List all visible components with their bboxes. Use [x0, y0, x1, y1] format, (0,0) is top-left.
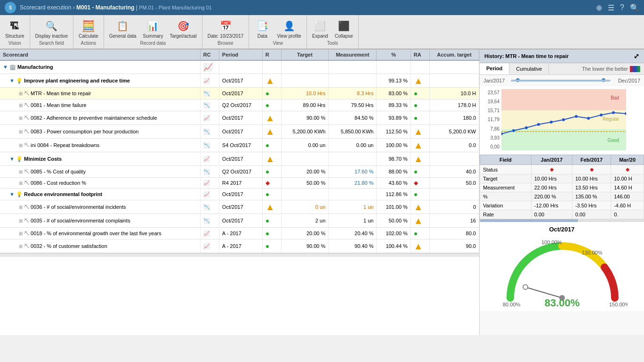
col-mar: Mar/20	[611, 155, 644, 165]
table-row[interactable]: ⊞ ⛏ 0036 - # of social/environmental inc…	[0, 200, 479, 214]
top-bar-actions: ⊕ ☰ ? 🔍	[596, 3, 639, 12]
panel-data-table: Field Jan/2017 Feb/2017 Mar/20 Status ◆ …	[480, 155, 644, 219]
summary-button[interactable]: 📊 Summary	[141, 17, 166, 41]
table-row[interactable]: ▼ 💡 Minimize Costs 📈 Oct/2017 ▲ 98.70 % …	[0, 152, 479, 166]
expand-button[interactable]: ⬜ Expand	[310, 17, 330, 41]
row-label: ⊞ ⛏ 0018 - % of environmental growth ove…	[0, 228, 200, 239]
ribbon-group-view: 📑 Data 👤 View profile View	[249, 15, 307, 49]
horizontal-scrollbar[interactable]	[0, 253, 479, 257]
range-slider[interactable]	[511, 80, 611, 82]
table-row[interactable]: ▼ 💡 Reduce environmental footprint 📈 Oct…	[0, 189, 479, 200]
table-row[interactable]: ⊞ ⛏ 0032 - % of customer satisfaction 📈 …	[0, 239, 479, 253]
expand-icon[interactable]: ▼	[9, 156, 15, 162]
target-actual-icon: 🎯	[176, 18, 191, 33]
svg-text:100.00%: 100.00%	[541, 239, 562, 245]
col-r[interactable]: R	[262, 49, 281, 60]
col-target[interactable]: Target	[281, 49, 329, 60]
structure-button[interactable]: 🏗 Structure	[3, 17, 27, 41]
table-row[interactable]: ⊞ ⛏ 0018 - % of environmental growth ove…	[0, 228, 479, 239]
general-data-button[interactable]: 📋 General data	[107, 17, 139, 41]
calendar-icon: 📅	[218, 18, 233, 33]
svg-text:Regular: Regular	[603, 116, 620, 122]
row-label: ▼ 💡 Improve plant engineering and reduce…	[0, 74, 200, 88]
col-measurement[interactable]: Measurement	[329, 49, 377, 60]
expand-icon[interactable]: ▼	[9, 191, 15, 197]
ribbon-group-record: 📋 General data 📊 Summary 🎯 Target/actual…	[104, 15, 202, 49]
panel-data-table-container[interactable]: Field Jan/2017 Feb/2017 Mar/20 Status ◆ …	[480, 155, 644, 219]
panel-expand-icon[interactable]: ⤢	[634, 52, 639, 60]
svg-text:130.00%: 130.00%	[582, 250, 603, 255]
ribbon-group-actions: 🧮 Calculate Actions	[73, 15, 104, 49]
table-row[interactable]: ⊞ ⛏ 0081 - Mean time failure 📉 Q2 Oct/20…	[0, 99, 479, 111]
svg-point-8	[512, 129, 515, 132]
scorecard-table-section[interactable]: Scorecard RC Period R Target Measurement…	[0, 49, 479, 335]
svg-text:150.00%: 150.00%	[609, 302, 628, 307]
col-field: Field	[480, 155, 531, 165]
svg-point-11	[550, 121, 553, 123]
tab-period[interactable]: Period	[480, 63, 509, 74]
range-start-label: Jan/2017	[483, 78, 507, 83]
table-row[interactable]: ▼ 🏢 Manufacturing 📈	[0, 60, 479, 74]
main-layout: Scorecard RC Period R Target Measurement…	[0, 49, 644, 335]
panel-title: History: MTR - Mean time to repair	[484, 53, 569, 59]
col-ra[interactable]: RA	[411, 49, 429, 60]
row-type-icon: 🏢	[9, 64, 16, 70]
ribbon: 🏗 Structure Vision 🔍 Display inactive Se…	[0, 15, 644, 49]
search-icon[interactable]: 🔍	[630, 3, 639, 12]
gauge-title: Oct/2017	[483, 226, 640, 233]
scorecard-table: Scorecard RC Period R Target Measurement…	[0, 49, 479, 253]
data-button[interactable]: 📑 Data	[252, 17, 273, 41]
table-row[interactable]: ⊞ ⛏ MTR - Mean time to repair 📉 Oct/2017…	[0, 88, 479, 99]
row-label: ⊞ ⛏ 0085 - % Cost of quality	[0, 166, 200, 178]
svg-text:83.00%: 83.00%	[544, 297, 580, 307]
col-scorecard[interactable]: Scorecard	[0, 49, 200, 60]
col-accum[interactable]: Accum. target	[429, 49, 479, 60]
date-picker-button[interactable]: 📅 Date: 10/23/2017	[205, 17, 246, 41]
view-profile-button[interactable]: 👤 View profile	[274, 17, 304, 41]
row-label: ⊞ ⛏ 0083 - Power consumption per hour pr…	[0, 125, 200, 139]
panel-scrollbar[interactable]	[480, 219, 644, 222]
table-row[interactable]: ⊞ ⛏ 0083 - Power consumption per hour pr…	[0, 125, 479, 139]
table-row[interactable]: ⊞ ⛏ 0082 - Adherence to preventive maint…	[0, 111, 479, 125]
table-row[interactable]: ⊞ ⛏ ini 0084 - Repeat breakdowns 📉 S4 Oc…	[0, 139, 479, 152]
table-row[interactable]: ▼ 💡 Improve plant engineering and reduce…	[0, 74, 479, 88]
chart-area: 23,57 19,64 15,71 11,79 7,86 3,93 0,00	[480, 86, 644, 155]
svg-point-10	[537, 123, 540, 126]
help-icon[interactable]: ?	[620, 3, 624, 12]
svg-text:80.00%: 80.00%	[503, 302, 521, 307]
chart-container: 23,57 19,64 15,71 11,79 7,86 3,93 0,00	[483, 89, 640, 152]
app-logo: S	[5, 2, 16, 13]
calculate-button[interactable]: 🧮 Calculate	[76, 17, 101, 41]
row-label: ⊞ ⛏ 0086 - Cost reduction %	[0, 178, 200, 189]
display-inactive-icon: 🔍	[44, 18, 59, 33]
svg-point-13	[575, 115, 578, 118]
col-pct[interactable]: %	[377, 49, 411, 60]
target-actual-button[interactable]: 🎯 Target/actual	[167, 17, 199, 41]
tab-cumulative[interactable]: Cumulative	[509, 64, 549, 74]
ribbon-group-browse: 📅 Date: 10/23/2017 Browse	[202, 15, 250, 49]
table-row: Status ◆ ◆ ◆	[480, 165, 644, 174]
lower-better-label: The lower the better	[578, 64, 644, 74]
expand-icon[interactable]: ▼	[3, 64, 8, 70]
svg-text:Bad: Bad	[611, 95, 619, 100]
row-label: ⊞ ⛏ 0035 - # of social/environmental com…	[0, 214, 200, 228]
row-label: ⊞ ⛏ 0082 - Adherence to preventive maint…	[0, 111, 200, 125]
table-row: % 220.00 % 135.00 % 146.00	[480, 192, 644, 201]
table-row[interactable]: ⊞ ⛏ 0085 - % Cost of quality 📉 Q2 Oct/20…	[0, 166, 479, 178]
col-rc[interactable]: RC	[200, 49, 219, 60]
expand-icon[interactable]: ▼	[9, 78, 15, 83]
y-axis: 23,57 19,64 15,71 11,79 7,86 3,93 0,00	[483, 89, 499, 150]
table-row[interactable]: ⊞ ⛏ 0086 - Cost reduction % 📈 R4 2017 ◆ …	[0, 178, 479, 189]
row-label: ⊞ ⛏ ini 0084 - Repeat breakdowns	[0, 139, 200, 152]
menu-icon[interactable]: ☰	[608, 3, 614, 12]
summary-icon: 📊	[145, 18, 161, 33]
table-row[interactable]: ⊞ ⛏ 0035 - # of social/environmental com…	[0, 214, 479, 228]
svg-rect-0	[501, 89, 626, 110]
gauge-section: Oct/2017 80.00% 100.00% 130.00% 150.00%	[480, 222, 644, 311]
svg-point-24	[523, 285, 528, 289]
line-chart: Bad Regular Good	[501, 89, 640, 152]
collapse-button[interactable]: ⬛ Collapse	[332, 17, 355, 41]
pin-icon[interactable]: ⊕	[596, 3, 602, 12]
col-period[interactable]: Period	[219, 49, 262, 60]
display-inactive-button[interactable]: 🔍 Display inactive	[33, 17, 70, 41]
